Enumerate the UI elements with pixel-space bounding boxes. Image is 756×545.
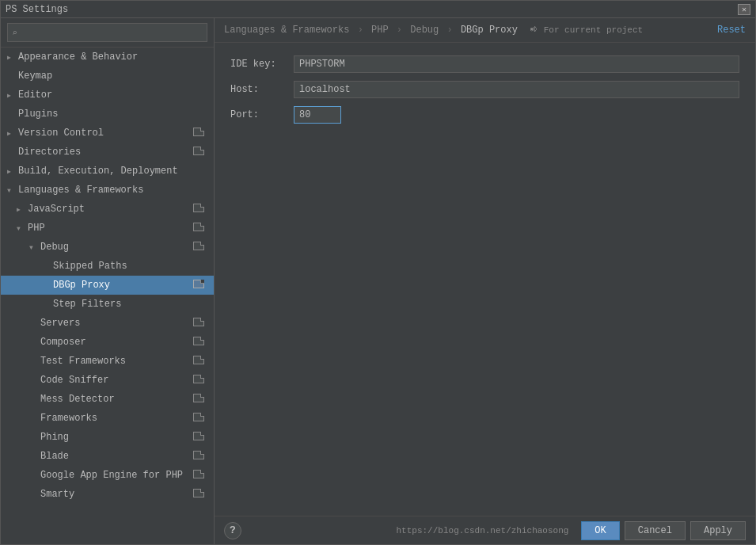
sidebar-item-label: DBGp Proxy <box>53 280 110 291</box>
form-row-port: Port: <box>230 106 739 124</box>
separator: › <box>397 25 408 36</box>
sidebar-item-mess-detector[interactable]: Mess Detector <box>1 390 214 409</box>
separator: › <box>446 25 458 36</box>
content-area: Languages & Frameworks › PHP › Debug › D… <box>215 18 755 544</box>
search-area: ⌕ <box>1 18 214 48</box>
sidebar-item-label: Code Sniffer <box>40 375 108 386</box>
sidebar-item-label: Blade <box>40 451 69 462</box>
sidebar-item-phing[interactable]: Phing <box>1 428 214 447</box>
sidebar-item-label: Version Control <box>18 128 104 139</box>
sidebar-item-label: JavaScript <box>28 204 85 215</box>
arrow-icon <box>17 224 28 233</box>
page-icon <box>193 147 207 158</box>
port-label: Port: <box>230 109 294 120</box>
sidebar-item-step-filters[interactable]: Step Filters <box>1 295 214 314</box>
main-area: ⌕ Appearance & Behavior Keymap <box>1 18 755 544</box>
page-icon <box>193 413 207 425</box>
page-icon <box>193 375 207 387</box>
form-row-ide-key: IDE key: <box>230 55 739 73</box>
breadcrumb-part3: Debug <box>410 25 439 36</box>
window-title: PS Settings <box>6 4 68 15</box>
sidebar-item-directories[interactable]: Directories <box>1 143 214 162</box>
ide-key-label: IDE key: <box>230 59 294 70</box>
page-icon <box>193 204 207 215</box>
page-icon <box>193 128 207 139</box>
sidebar-item-frameworks[interactable]: Frameworks <box>1 409 214 428</box>
settings-window: PS Settings ✕ ⌕ Appearance & Behavior <box>0 0 756 545</box>
sidebar-item-plugins[interactable]: Plugins <box>1 105 214 124</box>
breadcrumb-current: DBGp Proxy <box>461 25 518 36</box>
sidebar-item-google-app-engine[interactable]: Google App Engine for PHP <box>1 466 214 485</box>
sidebar-item-label: Servers <box>40 318 80 329</box>
arrow-icon <box>7 186 18 195</box>
breadcrumb-part2: PHP <box>371 25 389 36</box>
sidebar-item-blade[interactable]: Blade <box>1 447 214 466</box>
sidebar-item-label: Frameworks <box>40 413 97 424</box>
port-input[interactable] <box>294 106 341 124</box>
page-icon <box>193 489 207 501</box>
arrow-icon <box>29 243 40 252</box>
sidebar-item-label: Mess Detector <box>40 394 115 405</box>
sidebar-item-keymap[interactable]: Keymap <box>1 67 214 86</box>
search-icon: ⌕ <box>12 28 17 38</box>
page-icon <box>193 337 207 349</box>
help-button[interactable]: ? <box>224 522 241 539</box>
sidebar-item-label: Test Frameworks <box>40 356 126 367</box>
page-icon <box>193 318 207 330</box>
ide-key-input[interactable] <box>294 55 739 73</box>
bottom-bar: ? https://blog.csdn.net/zhichaosong OK C… <box>215 516 755 544</box>
host-label: Host: <box>230 84 294 95</box>
sidebar-item-label: Directories <box>18 147 81 158</box>
sidebar-item-label: Google App Engine for PHP <box>40 470 183 481</box>
sidebar-item-javascript[interactable]: JavaScript <box>1 200 214 219</box>
sidebar-item-servers[interactable]: Servers <box>1 314 214 333</box>
arrow-icon <box>7 129 18 138</box>
page-icon <box>193 280 207 292</box>
tree-area: Appearance & Behavior Keymap Editor Plug… <box>1 48 214 544</box>
bottom-right: https://blog.csdn.net/zhichaosong OK Can… <box>397 521 746 540</box>
content-header: Languages & Frameworks › PHP › Debug › D… <box>215 18 755 43</box>
arrow-icon <box>17 205 28 214</box>
sidebar-item-smarty[interactable]: Smarty <box>1 485 214 504</box>
sidebar-item-label: Debug <box>40 242 69 253</box>
page-icon <box>193 432 207 444</box>
sidebar-item-debug[interactable]: Debug <box>1 238 214 257</box>
cancel-button[interactable]: Cancel <box>625 521 686 540</box>
form-row-host: Host: <box>230 81 739 98</box>
reset-button[interactable]: Reset <box>717 25 746 36</box>
page-icon <box>193 451 207 463</box>
separator: › <box>358 25 369 36</box>
apply-button[interactable]: Apply <box>690 521 746 540</box>
sidebar-item-version-control[interactable]: Version Control <box>1 124 214 143</box>
sidebar-item-build[interactable]: Build, Execution, Deployment <box>1 162 214 181</box>
sidebar-item-label: Smarty <box>40 489 74 500</box>
sidebar-item-code-sniffer[interactable]: Code Sniffer <box>1 371 214 390</box>
sidebar-item-composer[interactable]: Composer <box>1 333 214 352</box>
sidebar-item-label: Languages & Frameworks <box>18 185 143 196</box>
sidebar-item-label: Build, Execution, Deployment <box>18 166 178 177</box>
titlebar: PS Settings ✕ <box>1 1 755 18</box>
ok-button[interactable]: OK <box>581 521 619 540</box>
host-input[interactable] <box>294 81 739 98</box>
close-button[interactable]: ✕ <box>738 4 750 15</box>
sidebar-item-appearance[interactable]: Appearance & Behavior <box>1 48 214 67</box>
arrow-icon <box>7 91 18 100</box>
sidebar-item-label: Plugins <box>18 109 58 120</box>
page-icon <box>193 470 207 482</box>
sidebar-item-php[interactable]: PHP <box>1 219 214 238</box>
page-icon <box>193 223 207 234</box>
arrow-icon <box>7 53 18 62</box>
breadcrumb: Languages & Frameworks › PHP › Debug › D… <box>224 25 643 36</box>
sidebar-item-test-frameworks[interactable]: Test Frameworks <box>1 352 214 371</box>
sidebar-item-label: Phing <box>40 432 69 443</box>
sidebar-item-skipped-paths[interactable]: Skipped Paths <box>1 257 214 276</box>
sidebar-item-editor[interactable]: Editor <box>1 86 214 105</box>
sidebar-item-languages[interactable]: Languages & Frameworks <box>1 181 214 200</box>
url-text: https://blog.csdn.net/zhichaosong <box>397 526 569 535</box>
search-wrapper: ⌕ <box>7 23 207 42</box>
sidebar-item-dbgp-proxy[interactable]: DBGp Proxy <box>1 276 214 295</box>
page-icon <box>193 242 207 253</box>
sidebar-item-label: Editor <box>18 90 52 101</box>
sidebar-item-label: Skipped Paths <box>53 261 127 272</box>
search-input[interactable] <box>7 23 207 42</box>
